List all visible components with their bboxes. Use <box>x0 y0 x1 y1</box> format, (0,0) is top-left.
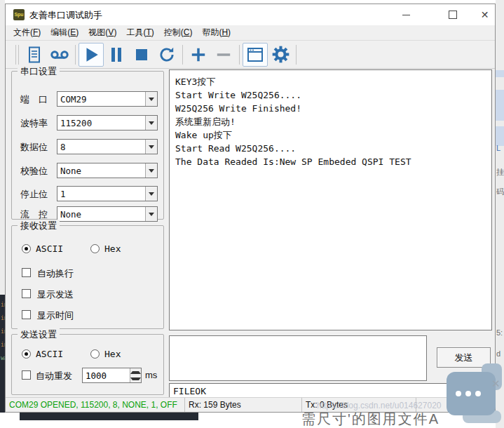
zoom-out-button[interactable] <box>211 43 236 67</box>
receive-textarea[interactable]: KEY3按下 Start Write W25Q256.... W25Q256 W… <box>169 69 492 330</box>
bubble-dot <box>465 391 471 396</box>
parity-label: 校验位 <box>20 165 48 178</box>
toolbar <box>6 41 495 69</box>
window-title: 友善串口调试助手 <box>29 9 102 22</box>
pause-button[interactable] <box>104 43 129 67</box>
checkbox-label: 自动换行 <box>37 267 74 280</box>
titlebar[interactable]: Spu 友善串口调试助手 ✕ <box>6 4 495 26</box>
chevron-down-icon <box>149 121 154 128</box>
checkbox-label: 显示发送 <box>37 288 74 301</box>
text-selection-fragment <box>496 70 504 77</box>
minimize-icon <box>402 15 410 15</box>
menu-item-control[interactable]: 控制(C) <box>159 25 198 41</box>
bubble-dot <box>456 391 461 396</box>
zoom-in-button[interactable] <box>186 43 211 67</box>
app-icon: Spu <box>13 9 25 20</box>
chevron-down-icon <box>130 377 141 382</box>
radio-ascii-label: ASCII <box>36 349 63 359</box>
csdn-watermark: https://blog.csdn.net/u014627020 <box>317 401 441 410</box>
record-button[interactable] <box>47 43 72 67</box>
flowctrl-select[interactable]: None <box>57 206 158 222</box>
dropdown-button[interactable] <box>145 207 157 221</box>
receive-settings-group: 接收设置 ASCII Hex 自动换行 显示发送 显示时间 <box>11 225 164 329</box>
chevron-down-icon <box>149 98 154 104</box>
checkbox-show-sent[interactable] <box>22 289 31 298</box>
group-title: 发送设置 <box>18 328 60 341</box>
parity-select[interactable]: None <box>57 163 158 178</box>
quick-send-combo[interactable]: FILEOK <box>169 383 493 399</box>
widget-close-icon[interactable]: ✕ <box>491 377 500 390</box>
chat-bubble-icon[interactable] <box>447 372 496 415</box>
connection-status: COM29 OPENED, 115200, 8, NONE, 1, OFF <box>6 398 185 412</box>
radio-ascii-send[interactable] <box>22 349 31 359</box>
stop-button[interactable] <box>129 43 154 67</box>
checkbox-auto-newline[interactable] <box>22 268 31 277</box>
radio-hex-send[interactable] <box>90 349 100 359</box>
radio-ascii-receive[interactable] <box>22 244 31 253</box>
text-selection-fragment <box>496 90 504 121</box>
settings-button[interactable] <box>268 43 293 67</box>
receive-line: KEY3按下 <box>175 75 486 88</box>
page-text-fragment: 5: <box>496 328 503 337</box>
ms-unit-label: ms <box>145 370 157 380</box>
checkbox-show-time[interactable] <box>22 310 31 319</box>
maximize-button[interactable] <box>437 4 468 25</box>
new-file-button[interactable] <box>22 43 47 67</box>
receive-line: Start Write W25Q256.... <box>175 88 486 102</box>
receive-line: Wake up按下 <box>175 128 486 142</box>
resend-interval-spinner[interactable]: 1000 <box>82 368 142 383</box>
dropdown-button[interactable] <box>145 92 157 106</box>
receive-line: Start Read W25Q256.... <box>175 142 486 155</box>
baudrate-label: 波特率 <box>20 117 48 130</box>
code-block-left: in in in in wa <box>0 295 5 413</box>
checkbox-auto-resend[interactable] <box>22 370 31 380</box>
radio-hex-label: Hex <box>104 243 121 254</box>
menubar: 文件(F) 编辑(E) 视图(V) 工具(T) 控制(C) 帮助(H) <box>6 25 495 41</box>
spinner-up-button[interactable] <box>130 368 141 375</box>
spinner-down-button[interactable] <box>130 375 141 382</box>
bubble-dot <box>475 391 481 396</box>
dropdown-button[interactable] <box>145 187 157 201</box>
toolbar-separator <box>296 45 297 65</box>
dropdown-button[interactable] <box>145 140 157 154</box>
play-button[interactable] <box>79 43 104 67</box>
stopbits-select[interactable]: 1 <box>57 186 158 201</box>
refresh-button[interactable] <box>154 43 179 67</box>
page: { "window": { "title": "友善串口调试助手", "icon… <box>0 0 504 428</box>
dropdown-button[interactable] <box>145 163 157 178</box>
databits-select[interactable]: 8 <box>57 139 158 154</box>
receive-line: 系统重新启动! <box>175 115 486 128</box>
radio-hex-receive[interactable] <box>90 244 100 253</box>
toolbar-separator <box>182 45 183 65</box>
group-title: 接收设置 <box>18 220 60 232</box>
dropdown-button[interactable] <box>145 116 157 130</box>
receive-line: W25Q256 Write Finished! <box>175 102 486 115</box>
chevron-down-icon <box>149 169 154 175</box>
menu-item-view[interactable]: 视图(V) <box>83 25 121 41</box>
databits-label: 数据位 <box>20 141 48 154</box>
page-text-fragment: 挂 <box>496 167 504 178</box>
serial-settings-group: 串口设置 端 口 COM29 波特率 115200 数据位 8 校验位 <box>11 71 164 220</box>
menu-item-help[interactable]: 帮助(H) <box>197 25 236 41</box>
menu-item-tools[interactable]: 工具(T) <box>121 25 158 41</box>
stop-icon <box>133 46 150 63</box>
send-settings-group: 发送设置 ASCII Hex 自动重发 1000 ms <box>11 334 164 395</box>
window-panel-button[interactable] <box>243 43 268 67</box>
stopbits-label: 停止位 <box>20 188 48 201</box>
send-textarea[interactable] <box>169 335 427 381</box>
minus-icon <box>214 46 233 64</box>
new-file-icon <box>26 46 43 64</box>
toolbar-grip[interactable] <box>15 45 19 65</box>
checkbox-label: 显示时间 <box>37 309 74 322</box>
port-label: 端 口 <box>20 93 48 106</box>
minimize-button[interactable] <box>390 4 422 25</box>
chevron-down-icon <box>149 213 154 219</box>
page-text-fragment: 码 <box>496 187 504 197</box>
baudrate-select[interactable]: 115200 <box>57 115 158 131</box>
menu-item-file[interactable]: 文件(F) <box>8 25 46 41</box>
port-select[interactable]: COM29 <box>57 91 158 107</box>
chevron-up-icon <box>130 369 141 374</box>
close-button[interactable]: ✕ <box>469 4 500 25</box>
window-panel-icon <box>246 46 264 63</box>
menu-item-edit[interactable]: 编辑(E) <box>46 25 83 41</box>
